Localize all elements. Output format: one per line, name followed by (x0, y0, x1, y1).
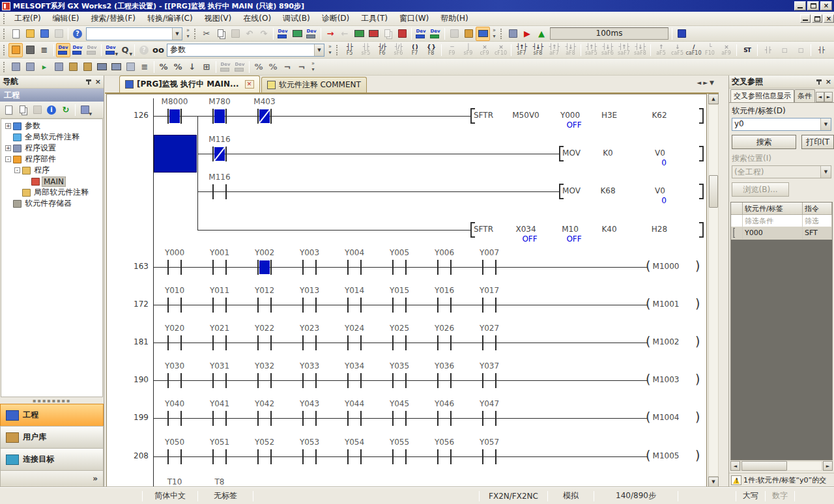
contact-open[interactable] (392, 411, 407, 426)
delete-block-icon[interactable] (80, 60, 94, 74)
contact-open[interactable] (482, 260, 496, 275)
toolbar-overflow-icon[interactable]: »▾ (326, 44, 334, 57)
print-button[interactable]: 打印(T (801, 135, 834, 149)
tab-scroll-left-icon[interactable]: ◄ (697, 79, 701, 86)
simulation-start-icon[interactable]: ▶ (520, 27, 534, 41)
device-onoff-1-icon[interactable]: % (252, 60, 266, 74)
menu-item[interactable]: 帮助(H) (435, 11, 474, 26)
ladder-edit-3-icon[interactable]: □ (792, 42, 809, 57)
contact-open[interactable] (347, 373, 362, 388)
editor-tab-active[interactable]: [PRG]监视 执行中 MAIN...✕ (119, 76, 260, 92)
device-display-icon[interactable]: Dev▼ (104, 43, 118, 57)
new-data-icon[interactable] (1, 103, 16, 117)
connect-line-erase-icon[interactable]: % (156, 60, 171, 74)
contact-open[interactable] (167, 449, 182, 464)
contact-open[interactable] (392, 298, 407, 313)
contact-open[interactable] (437, 335, 452, 350)
scroll-left-icon[interactable]: ◄ (730, 461, 740, 471)
contact-close-or-key[interactable]: ┤∕├sF6 (390, 42, 407, 57)
menu-item[interactable]: 诊断(D) (316, 11, 356, 26)
tree-item-程序部件[interactable]: -程序部件 (1, 154, 102, 165)
contact-open[interactable] (212, 373, 227, 388)
contact-open[interactable] (482, 335, 496, 350)
contact-open[interactable] (347, 411, 362, 426)
contact-open[interactable] (437, 411, 452, 426)
coil-device[interactable]: M1002 (637, 337, 695, 346)
coil-device[interactable]: M1004 (637, 413, 695, 422)
close-button[interactable]: × (820, 1, 832, 10)
contact-open[interactable] (212, 298, 227, 313)
contact-open-or-key[interactable]: ┤├sF5 (358, 42, 374, 57)
contact-open[interactable] (302, 298, 317, 313)
inline-st-icon[interactable]: ST (739, 42, 755, 57)
minimize-button[interactable] (794, 1, 806, 10)
pair-2-icon[interactable]: ¬ (295, 60, 309, 74)
contact-open[interactable] (437, 373, 452, 388)
contact-open[interactable] (302, 411, 317, 426)
monitor-write-icon[interactable] (366, 27, 381, 41)
device-test-icon[interactable]: Dev (304, 27, 319, 41)
open-project-icon[interactable] (23, 27, 37, 41)
read-mode-icon[interactable] (23, 60, 37, 74)
tree-expander-icon[interactable]: - (5, 156, 11, 162)
contact-open[interactable] (347, 449, 362, 464)
filter-row[interactable]: 筛选条件 筛选 (731, 215, 832, 227)
xref-tab-right-icon[interactable]: ► (824, 92, 833, 102)
combo-dropdown-icon[interactable]: ▼ (172, 28, 182, 40)
monitor-window-icon[interactable] (476, 27, 490, 41)
options-list-icon[interactable]: ≡ (137, 60, 152, 74)
menu-item[interactable]: 在线(O) (237, 11, 277, 26)
device-combo[interactable]: y0 ▼ (732, 118, 831, 131)
menu-item[interactable]: 窗口(W) (394, 11, 435, 26)
view-selector-button[interactable]: 连接目标 (0, 448, 104, 470)
scroll-up-icon[interactable]: ▲ (708, 94, 719, 104)
help-icon[interactable]: ? (70, 27, 85, 41)
print-icon[interactable] (51, 27, 66, 41)
contact-open[interactable] (212, 335, 227, 350)
statement-edit-icon[interactable]: □ (829, 42, 834, 57)
dev-roll-table-icon[interactable]: Dev (233, 60, 247, 74)
tree-expander-icon[interactable]: + (5, 145, 11, 151)
pulse-nc-rise-or-key[interactable]: ┤↑├saF7 (616, 42, 632, 57)
write-to-plc-icon[interactable]: → (323, 27, 338, 41)
contact-open[interactable] (302, 449, 317, 464)
project-info-icon[interactable]: i (44, 103, 59, 117)
combo-dropdown-icon[interactable]: ▼ (820, 119, 831, 130)
scroll-screen-icon[interactable] (123, 60, 137, 74)
list-view-icon[interactable]: ≡ (37, 43, 51, 57)
ladder-edit-1-icon[interactable]: ┤├ (760, 42, 776, 57)
device-comment-view-icon[interactable]: Dev (56, 43, 70, 57)
copy-data-icon[interactable] (16, 103, 30, 117)
pulse-nc-rise-key[interactable]: ┤↑├saF5 (583, 42, 599, 57)
cut-icon[interactable]: ✂ (199, 27, 214, 41)
paste-data-icon[interactable] (30, 103, 44, 117)
contact-open[interactable] (347, 335, 362, 350)
paste-icon[interactable] (228, 27, 242, 41)
new-project-icon[interactable] (8, 27, 23, 41)
device-note-icon[interactable]: Dev (85, 43, 99, 57)
copy-icon[interactable] (214, 27, 228, 41)
undo-icon[interactable]: ↶ (242, 27, 257, 41)
tab-close-icon[interactable]: ✕ (245, 80, 254, 89)
contact-open[interactable] (482, 411, 496, 426)
device-comment-edit-icon[interactable]: Dev (276, 27, 290, 41)
monitor-read-icon[interactable] (352, 27, 366, 41)
contact-open[interactable] (167, 411, 182, 426)
contact-open[interactable] (257, 335, 272, 350)
ladder-monitor-icon[interactable] (290, 27, 304, 41)
contact-open-on[interactable] (212, 109, 227, 124)
tx-key[interactable]: ×aF9 (718, 42, 734, 57)
contact-open[interactable] (482, 373, 496, 388)
contact-open[interactable] (257, 449, 272, 464)
coil-device[interactable]: M1001 (637, 300, 695, 309)
toolbar-overflow-icon[interactable]: »▾ (309, 61, 317, 74)
contact-open[interactable] (392, 449, 407, 464)
view-selector-button[interactable]: 用户库 (0, 426, 104, 448)
contact-open[interactable] (392, 335, 407, 350)
save-project-icon[interactable] (37, 27, 51, 41)
ladder-canvas[interactable]: 126M8000M780M403SFTRM50V0Y000OFFH3EK62M1… (107, 94, 706, 486)
menu-item[interactable]: 调试(B) (277, 11, 316, 26)
contact-open[interactable] (482, 449, 496, 464)
tree-item-MAIN[interactable]: MAIN (1, 176, 102, 187)
invert-fall-key[interactable]: ↓caF5 (669, 42, 685, 57)
